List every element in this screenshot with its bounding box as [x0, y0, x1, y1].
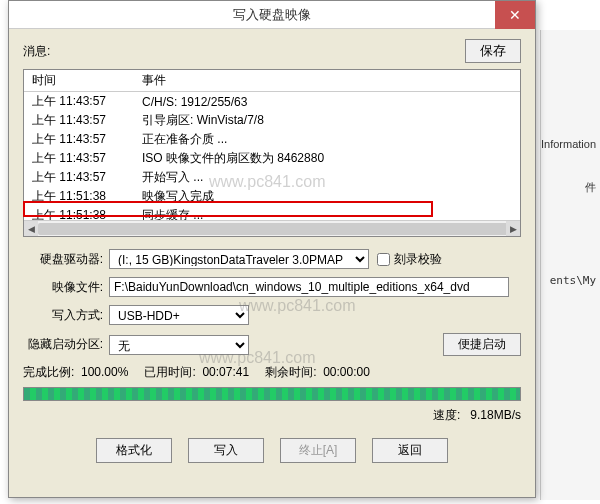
message-label: 消息:	[23, 43, 50, 60]
button-row: 格式化 写入 终止[A] 返回	[23, 438, 521, 463]
abort-button: 终止[A]	[280, 438, 356, 463]
portable-boot-button[interactable]: 便捷启动	[443, 333, 521, 356]
titlebar: 写入硬盘映像 ✕	[9, 1, 535, 29]
scroll-right-icon[interactable]: ▶	[506, 221, 520, 237]
verify-label: 刻录校验	[394, 251, 442, 268]
percent-label: 完成比例:	[23, 365, 74, 379]
scroll-thumb[interactable]	[38, 223, 518, 235]
hidden-partition-label: 隐藏启动分区:	[23, 336, 109, 353]
image-file-input[interactable]	[109, 277, 509, 297]
speed-label: 速度:	[433, 408, 460, 422]
speed-row: 速度: 9.18MB/s	[23, 407, 521, 424]
log-row: 上午 11:51:38映像写入完成	[24, 187, 520, 206]
progress-stats: 完成比例: 100.00% 已用时间: 00:07:41 剩余时间: 00:00…	[23, 364, 521, 381]
remain-value: 00:00:00	[323, 365, 370, 379]
background-panel: Information 件 ents\My	[540, 30, 600, 500]
log-row: 上午 11:43:57C/H/S: 1912/255/63	[24, 92, 520, 112]
log-row: 上午 11:43:57引导扇区: WinVista/7/8	[24, 111, 520, 130]
close-button[interactable]: ✕	[495, 1, 535, 29]
drive-label: 硬盘驱动器:	[23, 251, 109, 268]
verify-checkbox[interactable]	[377, 253, 390, 266]
drive-select[interactable]: (I:, 15 GB)KingstonDataTraveler 3.0PMAP	[109, 249, 369, 269]
image-file-label: 映像文件:	[23, 279, 109, 296]
horizontal-scrollbar[interactable]: ◀ ▶	[24, 220, 520, 236]
bg-text-2: 件	[585, 180, 596, 195]
verify-checkbox-wrap[interactable]: 刻录校验	[377, 251, 442, 268]
speed-value: 9.18MB/s	[470, 408, 521, 422]
progress-fill	[24, 388, 520, 400]
elapsed-value: 00:07:41	[202, 365, 249, 379]
message-row: 消息: 保存	[23, 39, 521, 63]
log-col-event: 事件	[134, 70, 520, 92]
write-mode-select[interactable]: USB-HDD+	[109, 305, 249, 325]
log-listbox[interactable]: 时间 事件 上午 11:43:57C/H/S: 1912/255/63 上午 1…	[23, 69, 521, 237]
form-area: 硬盘驱动器: (I:, 15 GB)KingstonDataTraveler 3…	[23, 249, 521, 463]
hidden-partition-select[interactable]: 无	[109, 335, 249, 355]
dialog-content: 消息: 保存 时间 事件 上午 11:43:57C/H/S: 1912/255/…	[9, 29, 535, 473]
bg-text-3: ents\My	[550, 274, 596, 287]
scroll-left-icon[interactable]: ◀	[24, 221, 38, 237]
log-table: 时间 事件 上午 11:43:57C/H/S: 1912/255/63 上午 1…	[24, 70, 520, 237]
dialog-title: 写入硬盘映像	[233, 6, 311, 24]
save-button[interactable]: 保存	[465, 39, 521, 63]
log-row: 上午 11:43:57开始写入 ...	[24, 168, 520, 187]
format-button[interactable]: 格式化	[96, 438, 172, 463]
bg-text-1: Information	[541, 138, 596, 150]
log-row: 上午 11:43:57正在准备介质 ...	[24, 130, 520, 149]
log-row: 上午 11:43:57ISO 映像文件的扇区数为 8462880	[24, 149, 520, 168]
back-button[interactable]: 返回	[372, 438, 448, 463]
elapsed-label: 已用时间:	[144, 365, 195, 379]
remain-label: 剩余时间:	[265, 365, 316, 379]
progress-bar	[23, 387, 521, 401]
log-col-time: 时间	[24, 70, 134, 92]
percent-value: 100.00%	[81, 365, 128, 379]
close-icon: ✕	[509, 7, 521, 23]
write-mode-label: 写入方式:	[23, 307, 109, 324]
write-button[interactable]: 写入	[188, 438, 264, 463]
write-disk-image-dialog: 写入硬盘映像 ✕ 消息: 保存 时间 事件 上午 11:43:57C/H/S: …	[8, 0, 536, 498]
